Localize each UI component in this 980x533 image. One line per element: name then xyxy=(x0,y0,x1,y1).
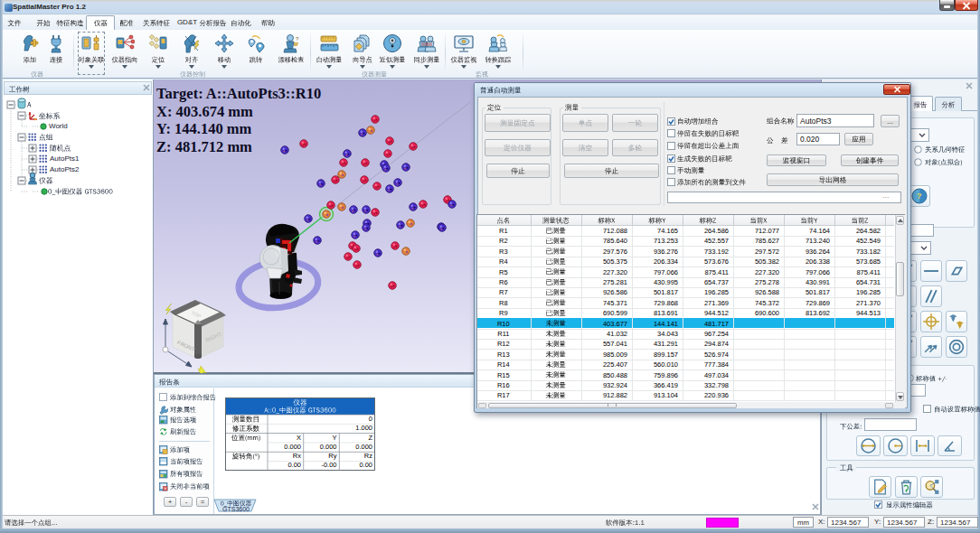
svg-text:?: ? xyxy=(296,36,299,42)
svg-text:?: ? xyxy=(917,192,922,201)
